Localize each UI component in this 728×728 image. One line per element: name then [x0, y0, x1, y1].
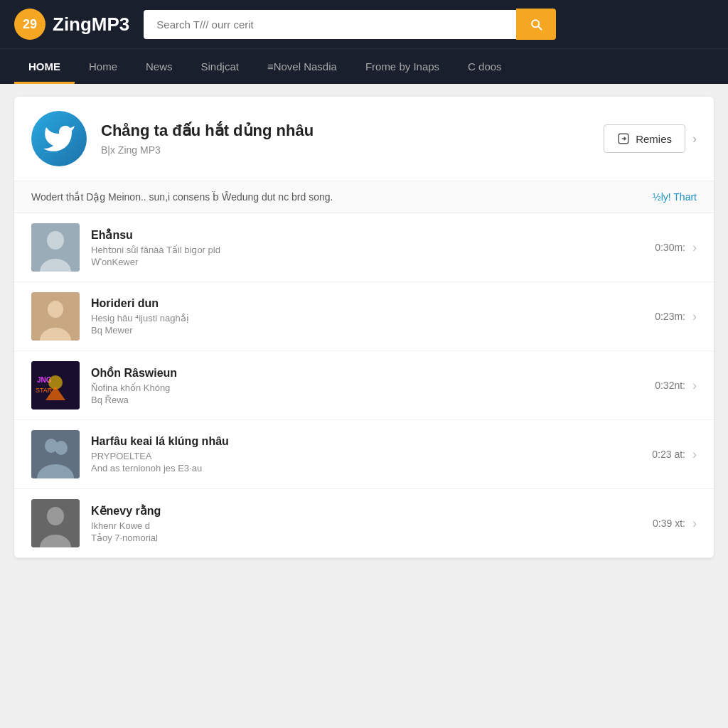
song-info-4: Kẽnevy rằng Ikhenr Kowe d Tảoy 7·nomoria…	[91, 504, 641, 543]
svg-point-5	[48, 301, 63, 318]
song-thumb-4	[31, 499, 80, 547]
subtitle-text: Wodert thắt Dậg Meinon.. sun,i consens b…	[31, 191, 333, 203]
search-input[interactable]	[144, 10, 516, 39]
song-duration-text-1: 0:23m:	[655, 311, 685, 322]
song-thumb-1	[31, 292, 80, 341]
featured-info: Chång ta đấu hắt dủng nhâu B|x Zing MP3	[101, 122, 589, 156]
song-duration-text-2: 0:32nt:	[655, 380, 685, 391]
song-duration-2: 0:32nt: ›	[655, 378, 697, 393]
featured-subtitle: B|x Zing MP3	[101, 144, 589, 156]
song-info-0: Ehẳnsu Hehṫoni sůl fânàà Tấil biɡor pld …	[91, 228, 643, 267]
song-duration-0: 0:30m: ›	[655, 240, 697, 255]
arrow-right-icon	[617, 132, 630, 145]
svg-text:STAR: STAR	[36, 387, 53, 394]
anime-thumb-2: JNG STAR	[31, 361, 80, 410]
song-item-1[interactable]: Horideri dun Hesig hâu ⁴ijusti naghắị Bq…	[14, 282, 714, 351]
person-silhouette-1	[31, 292, 80, 341]
song-item-0[interactable]: Ehẳnsu Hehṫoni sůl fânàà Tấil biɡor pld …	[14, 213, 714, 282]
nav-item-sindjcat[interactable]: Sindjcat	[187, 49, 253, 84]
nav-item-news[interactable]: News	[132, 49, 187, 84]
song-desc-0: Hehṫoni sůl fânàà Tấil biɡor pld	[91, 245, 643, 255]
song-desc-4: Ikhenr Kowe d	[91, 520, 641, 531]
svg-point-2	[47, 231, 64, 250]
song-desc-1: Hesig hâu ⁴ijusti naghắị	[91, 313, 643, 323]
person-silhouette-0	[31, 223, 80, 272]
song-artist-4: Tảoy 7·nomorial	[91, 532, 641, 543]
nav-item-home-bold[interactable]: HOME	[14, 49, 75, 84]
song-chevron-3: ›	[692, 447, 697, 462]
song-thumb-2: JNG STAR	[31, 361, 80, 410]
featured-avatar	[31, 111, 87, 166]
logo-area: 29 ZingMP3	[14, 9, 129, 40]
remies-button[interactable]: Remies	[604, 124, 685, 153]
header: 29 ZingMP3	[0, 0, 728, 48]
song-artist-3: And as ternionoh jes E3·au	[91, 463, 641, 473]
featured-title: Chång ta đấu hắt dủng nhâu	[101, 122, 589, 140]
song-info-2: Ohồn Râswieun Ňofina khốn Khóng Bq Řewa	[91, 366, 643, 405]
search-bar	[144, 9, 556, 40]
subtitle-bar: Wodert thắt Dậg Meinon.. sun,i consens b…	[14, 181, 714, 213]
nav-item-home[interactable]: Home	[75, 49, 132, 84]
song-title-0: Ehẳnsu	[91, 228, 643, 242]
nav-item-frome[interactable]: Frome by Inaps	[351, 49, 454, 84]
person-silhouette-4	[31, 499, 80, 547]
song-duration-text-0: 0:30m:	[655, 242, 685, 253]
song-duration-3: 0:23 at: ›	[652, 447, 697, 462]
song-item-3[interactable]: Harfâu keai lá klúng nhâu PRYPOELTEA And…	[14, 420, 714, 489]
song-artist-2: Bq Řewa	[91, 395, 643, 405]
subtitle-link[interactable]: ½ly! Thart	[653, 191, 697, 203]
song-chevron-1: ›	[692, 309, 697, 324]
song-item-2[interactable]: JNG STAR Ohồn Râswieun Ňofina khốn Khóng…	[14, 351, 714, 420]
song-desc-2: Ňofina khốn Khóng	[91, 382, 643, 393]
song-duration-text-4: 0:39 xt:	[653, 518, 685, 529]
song-chevron-0: ›	[692, 240, 697, 255]
svg-point-17	[47, 507, 64, 525]
song-title-2: Ohồn Râswieun	[91, 366, 643, 380]
song-item-4[interactable]: Kẽnevy rằng Ikhenr Kowe d Tảoy 7·nomoria…	[14, 489, 714, 558]
song-duration-text-3: 0:23 at:	[652, 449, 685, 460]
song-list: Ehẳnsu Hehṫoni sůl fânàà Tấil biɡor pld …	[14, 213, 714, 558]
featured-banner: Chång ta đấu hắt dủng nhâu B|x Zing MP3 …	[14, 97, 714, 181]
logo-text: ZingMP3	[53, 14, 129, 36]
song-artist-0: ⱲonKewer	[91, 257, 643, 267]
featured-action: Remies ›	[604, 124, 697, 153]
song-info-1: Horideri dun Hesig hâu ⁴ijusti naghắị Bq…	[91, 297, 643, 336]
svg-point-14	[55, 441, 68, 455]
featured-chevron-icon: ›	[692, 132, 697, 146]
nav-item-novel[interactable]: ≡Novel Nasdia	[253, 49, 351, 84]
search-button[interactable]	[516, 9, 556, 40]
song-title-4: Kẽnevy rằng	[91, 504, 641, 518]
song-duration-1: 0:23m: ›	[655, 309, 697, 324]
logo-icon-text: 29	[23, 17, 37, 32]
person-silhouette-3	[31, 430, 80, 478]
song-duration-4: 0:39 xt: ›	[653, 516, 697, 531]
nav-item-cdoos[interactable]: C doos	[454, 49, 516, 84]
song-thumb-3	[31, 430, 80, 478]
song-title-1: Horideri dun	[91, 297, 643, 310]
song-info-3: Harfâu keai lá klúng nhâu PRYPOELTEA And…	[91, 435, 641, 473]
remies-label: Remies	[636, 133, 672, 145]
song-thumb-0	[31, 223, 80, 272]
main-nav: HOME Home News Sindjcat ≡Novel Nasdia Fr…	[0, 48, 728, 84]
song-artist-1: Bq Mewer	[91, 325, 643, 336]
main-content: Chång ta đấu hắt dủng nhâu B|x Zing MP3 …	[14, 97, 714, 558]
twitter-icon	[42, 122, 76, 156]
song-chevron-2: ›	[692, 378, 697, 393]
search-icon	[529, 17, 543, 31]
song-title-3: Harfâu keai lá klúng nhâu	[91, 435, 641, 448]
logo-icon: 29	[14, 9, 46, 40]
song-chevron-4: ›	[692, 516, 697, 531]
song-desc-3: PRYPOELTEA	[91, 451, 641, 461]
